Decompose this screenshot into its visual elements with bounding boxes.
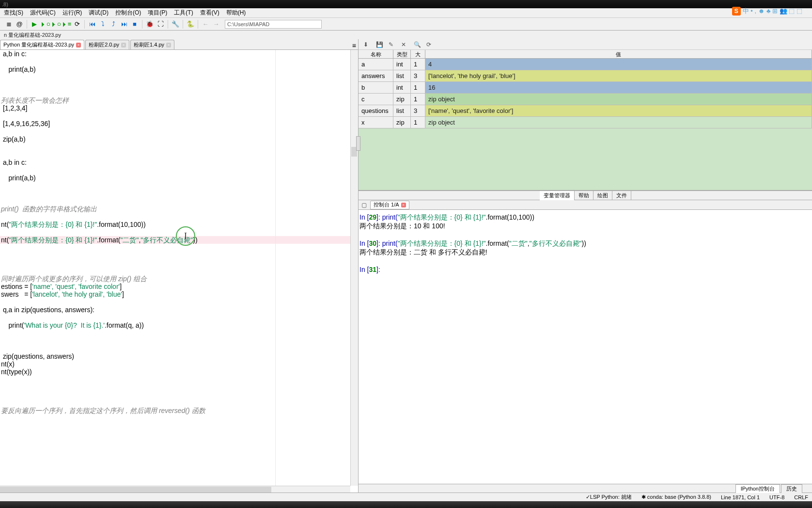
var-size: 3	[411, 70, 425, 81]
status-eol[interactable]: CRLF	[794, 494, 808, 500]
taskbar[interactable]	[0, 501, 812, 508]
refresh-icon[interactable]: ⟳	[426, 41, 433, 48]
forward-icon[interactable]: →	[211, 19, 221, 29]
tab-label: 粉刷匠1.4.py	[134, 41, 164, 48]
menu-source[interactable]: 源代码(C)	[30, 9, 56, 17]
run-cell-icon[interactable]: ⏵▢	[40, 19, 50, 29]
tab-ipython-console[interactable]: IPython控制台	[735, 484, 780, 493]
separator	[27, 20, 27, 29]
title-bar: .8)	[0, 0, 812, 8]
tab-file-2[interactable]: 粉刷匠2.0.py ×	[85, 40, 129, 49]
tab-help[interactable]: 帮助	[575, 191, 593, 200]
input-icons[interactable]: 中 • , ☻ ♣ ⊞ 👥 ⬚ ⬚	[743, 7, 802, 16]
var-type: int	[393, 59, 411, 70]
step-over-icon[interactable]: ⏮	[87, 19, 97, 29]
tab-file-3[interactable]: 粉刷匠1.4.py ×	[130, 40, 174, 49]
table-row[interactable]: aint14	[359, 59, 812, 70]
menu-run[interactable]: 运行(R)	[62, 9, 82, 17]
menu-bar: 查找(S) 源代码(C) 运行(R) 调试(D) 控制台(O) 项目(P) 工具…	[0, 8, 812, 18]
var-name: b	[359, 82, 393, 93]
close-icon[interactable]: ×	[166, 43, 171, 48]
menu-help[interactable]: 帮助(H)	[226, 9, 246, 17]
separator	[84, 20, 85, 29]
toolbar-at-icon[interactable]: @	[15, 19, 24, 29]
table-row[interactable]: xzip1zip object	[359, 117, 812, 128]
working-dir-input[interactable]	[225, 20, 322, 29]
tab-plots[interactable]: 绘图	[593, 191, 612, 200]
table-row[interactable]: czip1zip object	[359, 94, 812, 105]
fullscreen-icon[interactable]: ⛶	[156, 19, 165, 29]
status-bar: ✓LSP Python: 就绪 ✱ conda: base (Python 3.…	[0, 492, 812, 501]
var-type: int	[393, 82, 411, 93]
toolbar-list-icon[interactable]: ≣	[4, 19, 14, 29]
status-conda[interactable]: ✱ conda: base (Python 3.8.8)	[641, 494, 711, 500]
close-icon[interactable]: ×	[401, 203, 406, 207]
menu-debug[interactable]: 调试(D)	[89, 9, 109, 17]
toolbar: ≣ @ ▶ ⏵▢ ⏵▢ ⏵≡ ⟳ ⏮ ⤵ ⤴ ⏭ ■ 🐞 ⛶ 🔧 🐍 ← →	[0, 18, 812, 31]
console-tab[interactable]: 控制台 1/A ×	[370, 201, 409, 209]
wrench-icon[interactable]: 🔧	[171, 19, 180, 29]
var-type: list	[393, 105, 411, 116]
tab-main-file[interactable]: Python 量化编程基础-2023.py ×	[0, 40, 84, 49]
step-into-icon[interactable]: ⤵	[98, 19, 108, 29]
sogou-icon[interactable]: S	[732, 7, 741, 16]
stop-icon[interactable]: ■	[130, 19, 140, 29]
save-icon[interactable]: 💾	[376, 41, 383, 48]
console-icon[interactable]: ▢	[361, 202, 368, 208]
right-pane: ⬇ 💾 ✎ ✕ 🔍 ⟳ 名称 类型 大小 值 aint14answerslist…	[359, 39, 812, 492]
breadcrumb[interactable]: n 量化编程基础-2023.py	[0, 31, 812, 39]
run-cell-advance-icon[interactable]: ⏵▢	[51, 19, 61, 29]
col-type[interactable]: 类型	[393, 50, 411, 58]
var-name: a	[359, 59, 393, 70]
var-name: answers	[359, 70, 393, 81]
run-icon[interactable]: ▶	[30, 19, 39, 29]
code-editor[interactable]: a,b in c: print(a,b) 列表长度不一致会怎样 [1,2,3,4…	[0, 50, 358, 492]
menu-view[interactable]: 查看(V)	[200, 9, 219, 17]
back-icon[interactable]: ←	[201, 19, 210, 29]
search-icon[interactable]: 🔍	[414, 41, 421, 48]
table-row[interactable]: bint116	[359, 82, 812, 94]
tab-files[interactable]: 文件	[612, 191, 631, 200]
import-icon[interactable]: ⬇	[363, 41, 370, 48]
menu-tools[interactable]: 工具(T)	[174, 9, 193, 17]
col-value[interactable]: 值	[425, 50, 812, 58]
horizontal-scrollbar[interactable]	[0, 486, 350, 492]
step-out-icon[interactable]: ⤴	[109, 19, 118, 29]
table-row[interactable]: questionslist3['name', 'quest', 'favorit…	[359, 105, 812, 117]
run-selection-icon[interactable]: ⏵≡	[62, 19, 71, 29]
var-type: zip	[393, 94, 411, 105]
var-value: 4	[425, 59, 812, 70]
status-lsp[interactable]: ✓LSP Python: 就绪	[586, 493, 632, 501]
var-value: ['name', 'quest', 'favorite color']	[425, 105, 812, 116]
python-icon[interactable]: 🐍	[186, 19, 195, 29]
status-encoding[interactable]: UTF-8	[769, 494, 784, 500]
var-size: 1	[411, 94, 425, 105]
scroll-thumb[interactable]	[0, 487, 271, 492]
splitter-handle[interactable]	[356, 136, 360, 151]
table-row[interactable]: answerslist3['lancelot', 'the holy grail…	[359, 70, 812, 82]
vertical-scrollbar[interactable]	[350, 50, 358, 486]
title-segment: .8)	[2, 1, 8, 7]
tab-variable-explorer[interactable]: 变量管理器	[540, 191, 575, 200]
menu-project[interactable]: 项目(P)	[148, 9, 167, 17]
menu-console[interactable]: 控制台(O)	[115, 9, 141, 17]
pane-tabs: 变量管理器 帮助 绘图 文件	[359, 190, 812, 200]
status-line[interactable]: Line 1871, Col 1	[721, 494, 760, 500]
menu-icon[interactable]: ≡	[352, 42, 356, 49]
close-icon[interactable]: ×	[76, 43, 81, 48]
tab-label: 粉刷匠2.0.py	[89, 41, 119, 48]
menu-find[interactable]: 查找(S)	[4, 9, 23, 17]
rerun-icon[interactable]: ⟳	[72, 19, 82, 29]
close-icon[interactable]: ×	[121, 43, 126, 48]
ruler	[275, 50, 276, 492]
col-name[interactable]: 名称	[359, 50, 393, 58]
ipython-console[interactable]: In [29]: print("两个结果分别是：{0} 和 {1}!".form…	[359, 210, 812, 484]
tab-history[interactable]: 历史	[781, 484, 802, 493]
continue-icon[interactable]: ⏭	[119, 19, 129, 29]
debug-icon[interactable]: 🐞	[145, 19, 155, 29]
filter-icon[interactable]: ✕	[401, 41, 408, 48]
var-table-header: 名称 类型 大小 值	[359, 50, 812, 59]
col-size[interactable]: 大小	[411, 50, 425, 58]
edit-icon[interactable]: ✎	[389, 41, 395, 48]
var-size: 1	[411, 117, 425, 128]
